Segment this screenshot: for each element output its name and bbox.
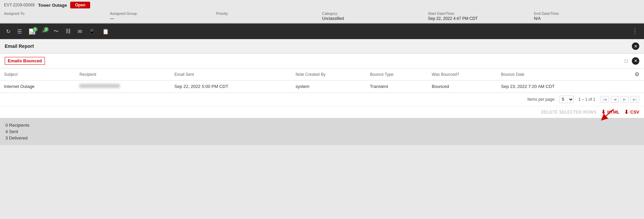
cell-note_created_by: system — [292, 81, 366, 93]
arrow-indicator — [600, 107, 617, 122]
email-report-close-button[interactable]: ✕ — [632, 42, 639, 50]
start-datetime-label: Start Date/Time: — [428, 11, 534, 15]
add-note-icon: 📋 — [102, 28, 109, 35]
trending-icon: 〜 — [53, 28, 59, 35]
email-icon: ✉ — [78, 28, 82, 35]
cell-email_sent: Sep 22, 2022 5:00 PM CDT — [170, 81, 292, 93]
refresh-icon: ↻ — [6, 28, 10, 35]
end-datetime-value: N/A — [534, 16, 640, 21]
email-button[interactable]: ✉ — [75, 26, 85, 37]
subsection-actions: □ ✕ — [623, 57, 639, 65]
assigned-to-field: Assigned To: — [4, 11, 110, 21]
evt-id: EVT-2209-00069 — [4, 3, 35, 7]
trending-button[interactable]: 〜 — [51, 26, 61, 37]
stat-recipients: 0 Recipients — [5, 123, 639, 128]
page-info: 1 – 1 of 1 — [579, 97, 595, 102]
top-header-bar: EVT-2209-00069 Tower Outage Open — [0, 0, 644, 10]
col-settings: ⚙ — [618, 68, 644, 81]
delete-selected-rows-button[interactable]: DELETE SELECTED ROWS — [541, 110, 596, 115]
assigned-to-label: Assigned To: — [4, 11, 110, 15]
start-datetime-value: Sep 22, 2022 4:47 PM CDT — [428, 16, 534, 21]
stat-recipients-label: 0 Recipients — [5, 123, 30, 128]
col-subject: Subject — [0, 68, 75, 81]
category-field: Category: Unclassified — [322, 11, 428, 21]
col-note-created-by: Note Created By — [292, 68, 366, 81]
cell-bounce_date: Sep 23, 2022 7:20 AM CDT — [497, 81, 618, 93]
first-page-button[interactable]: |◀ — [600, 96, 609, 103]
col-email-sent: Email Sent — [170, 68, 292, 81]
col-was-bounced: Was Bounced? — [428, 68, 497, 81]
category-value: Unclassified — [322, 16, 428, 21]
toolbar: ↻ ☰ 📊 3 ✂ 2 〜 ⛓ ✉ 📱 📋 ⋮ — [0, 24, 644, 39]
device-button[interactable]: 📱 — [86, 26, 98, 37]
download-csv-button[interactable]: ⬇ CSV — [624, 109, 639, 115]
footer-stats: 0 Recipients 4 Sent 3 Delivered — [0, 118, 644, 145]
emails-bounced-table: Subject Recipient Email Sent Note Create… — [0, 68, 644, 93]
pagination-bar: Items per page: 5 10 25 50 1 – 1 of 1 |◀… — [0, 93, 644, 106]
start-datetime-field: Start Date/Time: Sep 22, 2022 4:47 PM CD… — [428, 11, 534, 21]
email-report-section-header: Email Report ✕ — [0, 39, 644, 54]
stat-sent-label: 4 Sent — [5, 129, 18, 134]
col-recipient: Recipient — [75, 68, 170, 81]
priority-label: Priority: — [216, 11, 322, 15]
emails-bounced-close-button[interactable]: ✕ — [632, 57, 639, 65]
category-label: Category: — [322, 11, 428, 15]
download-csv-label: CSV — [630, 110, 639, 115]
cell-empty — [618, 81, 644, 93]
chart-badge: 3 — [33, 27, 37, 32]
email-report-title: Email Report — [5, 43, 34, 49]
emails-bounced-subsection-header: Emails Bounced □ ✕ — [0, 54, 644, 68]
notes-icon: ☰ — [17, 28, 22, 35]
svg-line-0 — [603, 109, 614, 118]
prev-page-button[interactable]: ◀ — [611, 96, 619, 103]
emails-bounced-title: Emails Bounced — [5, 57, 45, 65]
items-per-page-label: Items per page: — [527, 97, 555, 102]
link-button[interactable]: ⛓ — [63, 26, 74, 36]
more-options-button[interactable]: ⋮ — [629, 26, 641, 37]
minimize-button[interactable]: □ — [623, 57, 629, 64]
table-header-row: Subject Recipient Email Sent Note Create… — [0, 68, 644, 81]
assigned-group-label: Assigned Group: — [110, 11, 216, 15]
assigned-group-value: — — [110, 16, 216, 21]
open-status-badge: Open — [70, 2, 90, 8]
tools-badge: 2 — [44, 27, 49, 32]
chart-button[interactable]: 📊 3 — [26, 26, 38, 37]
emails-bounced-table-container: Subject Recipient Email Sent Note Create… — [0, 68, 644, 93]
end-datetime-label: End Date/Time: — [534, 11, 640, 15]
assigned-group-field: Assigned Group: — — [110, 11, 216, 21]
refresh-button[interactable]: ↻ — [3, 26, 13, 37]
stat-sent: 4 Sent — [5, 129, 639, 134]
cell-was_bounced: Bounced — [428, 81, 497, 93]
col-bounce-date: Bounce Date — [497, 68, 618, 81]
recipient-blurred — [79, 84, 120, 88]
link-icon: ⛓ — [65, 28, 71, 34]
evt-title: Tower Outage — [38, 3, 67, 8]
notes-button[interactable]: ☰ — [15, 26, 25, 37]
stat-delivered-label: 3 Delivered — [5, 135, 28, 140]
action-bar: DELETE SELECTED ROWS ⬇ HTML ⬇ CSV — [0, 106, 644, 118]
last-page-button[interactable]: ▶| — [630, 96, 639, 103]
device-icon: 📱 — [89, 28, 96, 35]
priority-field: Priority: — [216, 11, 322, 21]
cell-recipient — [75, 81, 170, 93]
settings-icon[interactable]: ⚙ — [635, 71, 639, 77]
tools-button[interactable]: ✂ 2 — [39, 26, 49, 37]
table-row: Internet OutageSep 22, 2022 5:00 PM CDTs… — [0, 81, 644, 93]
download-csv-icon: ⬇ — [624, 109, 628, 115]
next-page-button[interactable]: ▶ — [621, 96, 628, 103]
end-datetime-field: End Date/Time: N/A — [534, 11, 640, 21]
col-bounce-type: Bounce Type — [366, 68, 428, 81]
cell-bounce_type: Transient — [366, 81, 428, 93]
stat-delivered: 3 Delivered — [5, 135, 639, 140]
meta-bar: Assigned To: Assigned Group: — Priority:… — [0, 10, 644, 24]
add-note-button[interactable]: 📋 — [100, 26, 112, 37]
cell-subject: Internet Outage — [0, 81, 75, 93]
items-per-page-select[interactable]: 5 10 25 50 — [559, 96, 574, 103]
